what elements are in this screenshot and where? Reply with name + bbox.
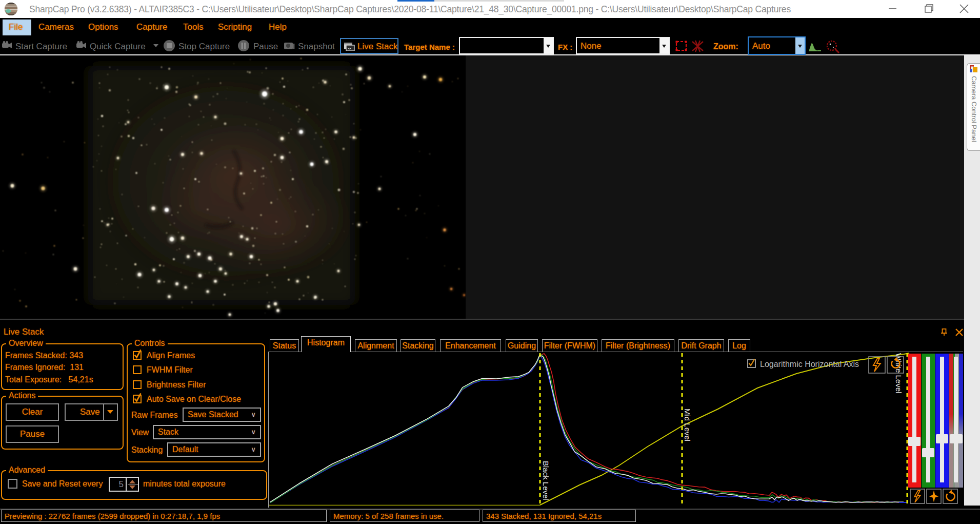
svg-text:Mid Level: Mid Level: [683, 409, 692, 441]
svg-text:Black Level: Black Level: [542, 461, 550, 500]
